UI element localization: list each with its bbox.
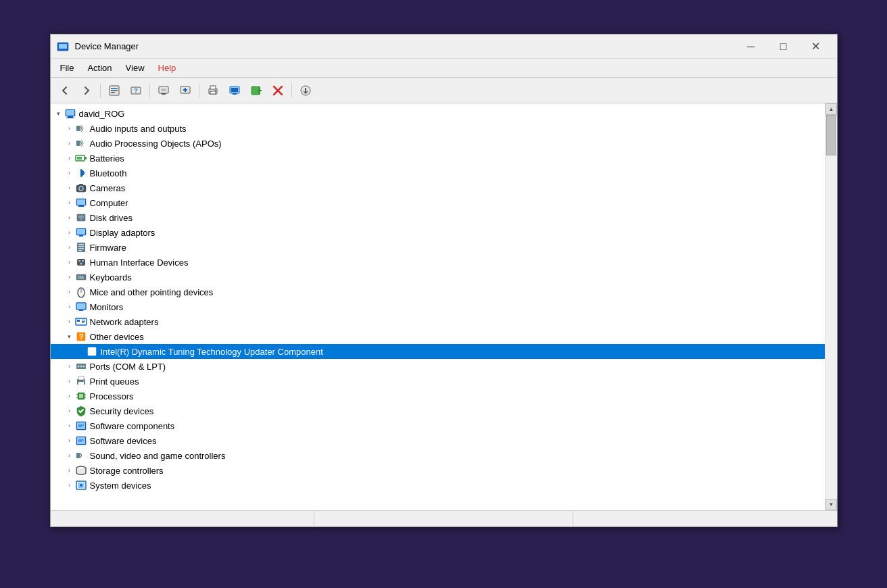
expand-icon-network[interactable]: › [64, 316, 75, 327]
tree-item-audio-processing[interactable]: › Audio Processing Objects (APOs) [51, 136, 825, 151]
add-device-button[interactable] [246, 81, 266, 100]
svg-rect-63 [78, 278, 84, 279]
expand-icon-intel-dtt[interactable] [75, 346, 86, 357]
ports-icon [75, 360, 87, 372]
expand-icon-software-components[interactable]: › [64, 420, 75, 431]
back-button[interactable] [55, 81, 75, 100]
svg-point-105 [80, 484, 82, 487]
close-button[interactable]: ✕ [800, 36, 832, 57]
expand-icon-batteries[interactable]: › [64, 153, 75, 164]
menu-file[interactable]: File [53, 60, 81, 76]
expand-icon-other-devices[interactable]: ▾ [64, 331, 75, 342]
tree-item-processors[interactable]: › Processors [51, 389, 825, 403]
expand-icon-processors[interactable]: › [64, 391, 75, 401]
remove-button[interactable] [268, 81, 288, 100]
scan-button[interactable] [153, 81, 174, 100]
audio-icon [75, 122, 87, 134]
print-button[interactable] [203, 81, 223, 100]
expand-icon-sound[interactable]: › [64, 450, 75, 461]
item-label-intel-dtt: Intel(R) Dynamic Tuning Technology Updat… [101, 347, 323, 357]
expand-icon-software-devices[interactable]: › [64, 435, 75, 446]
tree-item-batteries[interactable]: › Batteries [51, 151, 825, 166]
svg-point-58 [80, 263, 82, 265]
tree-item-storage[interactable]: › Storage controllers [51, 463, 825, 478]
firmware-icon [75, 241, 87, 253]
expand-icon-hid[interactable]: › [64, 257, 75, 268]
menu-help[interactable]: Help [151, 60, 183, 76]
status-section-1 [56, 511, 315, 526]
sound-icon [75, 449, 87, 462]
expand-icon-security[interactable]: › [64, 406, 75, 416]
scrollbar[interactable]: ▲ ▼ [825, 103, 837, 510]
tree-item-network[interactable]: › Network adapters [51, 314, 825, 329]
properties-button[interactable] [104, 81, 124, 100]
scroll-down-button[interactable]: ▼ [825, 499, 837, 510]
root-node[interactable]: ▾ david_ROG [51, 106, 825, 121]
expand-icon-storage[interactable]: › [64, 465, 75, 476]
minimize-button[interactable]: ─ [736, 36, 767, 57]
view-button[interactable] [224, 81, 245, 100]
back-icon [59, 85, 70, 96]
menu-action[interactable]: Action [80, 60, 118, 76]
expand-icon-firmware[interactable]: › [64, 242, 75, 253]
tree-item-sound[interactable]: › Sound, video and game controllers [51, 448, 825, 463]
expand-icon-print-queues[interactable]: › [64, 376, 75, 387]
maximize-button[interactable]: □ [768, 36, 799, 57]
item-label-mice: Mice and other pointing devices [90, 287, 214, 297]
tree-item-keyboards[interactable]: › Keyboards [51, 270, 825, 285]
print-icon [75, 375, 87, 387]
item-label-cameras: Cameras [90, 183, 126, 193]
tree-item-computer[interactable]: › Computer [51, 195, 825, 210]
tree-item-hid[interactable]: › Human Interface Devices [51, 255, 825, 270]
expand-icon-monitors[interactable]: › [64, 301, 75, 312]
status-section-3 [573, 511, 832, 526]
expand-icon-audio-inputs[interactable]: › [64, 123, 75, 134]
menu-view[interactable]: View [119, 60, 151, 76]
window-controls: ─ □ ✕ [736, 36, 832, 57]
expand-icon-computer[interactable]: › [64, 197, 75, 208]
update-driver-button[interactable]: ? [126, 81, 146, 100]
expand-icon-disk-drives[interactable]: › [64, 212, 75, 223]
forward-button[interactable] [76, 81, 97, 100]
tree-item-software-devices[interactable]: › Software devices [51, 433, 825, 448]
monitor-icon [229, 84, 241, 97]
expand-icon-ports[interactable]: › [64, 361, 75, 372]
item-label-ports: Ports (COM & LPT) [90, 362, 166, 372]
expand-icon-cameras[interactable]: › [64, 182, 75, 193]
tree-item-audio-inputs[interactable]: › Audio inputs and outputs [51, 121, 825, 136]
tree-item-security[interactable]: › Security devices [51, 403, 825, 418]
tree-item-disk-drives[interactable]: › Disk drives [51, 210, 825, 225]
tree-item-software-components[interactable]: › Software components [51, 418, 825, 433]
scroll-track[interactable] [825, 115, 837, 499]
storage-icon [75, 464, 87, 476]
expand-icon-system[interactable]: › [64, 480, 75, 491]
scroll-up-button[interactable]: ▲ [825, 103, 837, 115]
expand-icon-bluetooth[interactable]: › [64, 168, 75, 178]
tree-item-intel-dtt[interactable]: ! Intel(R) Dynamic Tuning Technology Upd… [51, 344, 825, 359]
expand-icon-display-adaptors[interactable]: › [64, 227, 75, 238]
expand-icon-root[interactable]: ▾ [53, 108, 64, 119]
device-tree[interactable]: ▾ david_ROG › Audio inputs and outputs › [51, 103, 825, 510]
tree-item-other-devices[interactable]: ▾ ? Other devices [51, 329, 825, 344]
tree-item-firmware[interactable]: › Firmware [51, 240, 825, 255]
expand-icon-audio-processing[interactable]: › [64, 138, 75, 149]
tree-item-print-queues[interactable]: › Print queues [51, 374, 825, 389]
item-label-processors: Processors [90, 391, 134, 401]
tree-item-ports[interactable]: › Ports (COM & LPT) [51, 359, 825, 374]
scroll-thumb[interactable] [826, 115, 836, 155]
expand-icon-mice[interactable]: › [64, 287, 75, 297]
item-label-sound: Sound, video and game controllers [90, 451, 226, 461]
download-button[interactable] [295, 81, 316, 100]
software-icon [75, 435, 87, 447]
tree-item-cameras[interactable]: › Cameras [51, 180, 825, 195]
tree-item-system[interactable]: › System devices [51, 478, 825, 493]
expand-icon-keyboards[interactable]: › [64, 272, 75, 283]
svg-rect-43 [78, 205, 84, 207]
add-legacy-button[interactable] [175, 81, 195, 100]
tree-item-monitors[interactable]: › Monitors [51, 299, 825, 314]
tree-item-bluetooth[interactable]: › Bluetooth [51, 166, 825, 180]
svg-text:?: ? [78, 333, 83, 341]
tree-item-mice[interactable]: › Mice and other pointing devices [51, 285, 825, 299]
tree-item-display-adaptors[interactable]: › Display adaptors [51, 225, 825, 240]
svg-rect-40 [79, 184, 83, 186]
